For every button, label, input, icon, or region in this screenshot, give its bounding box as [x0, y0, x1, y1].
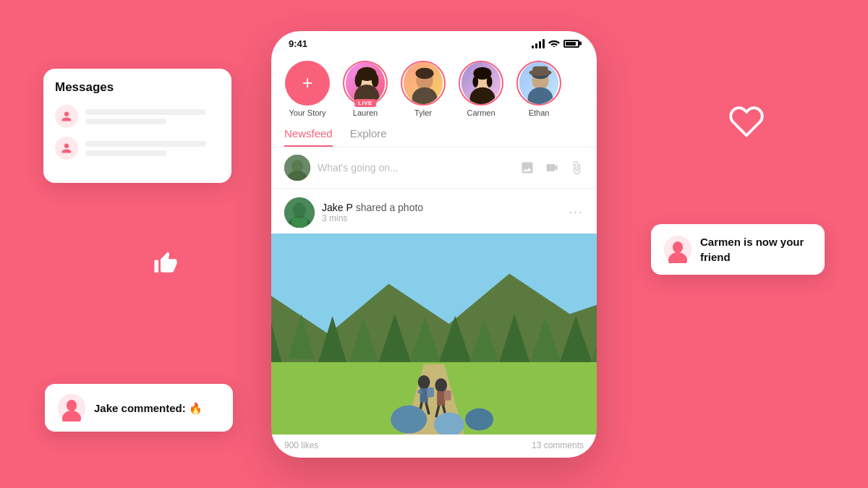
post-more-button[interactable]: ···: [569, 205, 584, 220]
tab-explore[interactable]: Explore: [350, 127, 387, 147]
story-item-ethan[interactable]: Ethan: [516, 61, 562, 117]
stories-row: + Your Story: [271, 53, 597, 123]
message-lines-1: [85, 109, 220, 124]
phone-mockup: 9:41 + Your Story: [271, 31, 597, 458]
svg-point-26: [293, 202, 306, 218]
messages-panel: Messages: [43, 69, 231, 183]
svg-rect-52: [427, 387, 434, 397]
wifi-icon: [548, 38, 560, 49]
heart-circle: [710, 85, 783, 158]
svg-rect-54: [437, 391, 445, 405]
post-input-area: What's going on...: [271, 147, 597, 189]
tyler-label: Tyler: [414, 108, 432, 117]
carmen-notification-card: Carmen is now your friend: [651, 224, 825, 275]
message-avatar-1: [55, 105, 78, 128]
svg-rect-57: [444, 390, 451, 400]
post-footer: 900 likes 13 comments: [271, 435, 597, 458]
svg-point-15: [487, 76, 493, 87]
carmen-notification-text: Carmen is now your friend: [700, 234, 812, 265]
story-item-tyler[interactable]: Tyler: [400, 61, 446, 117]
carmen-notif-avatar: [664, 236, 692, 263]
ethan-avatar-ring: [516, 61, 561, 106]
ethan-label: Ethan: [529, 108, 550, 117]
jake-avatar: [284, 197, 315, 228]
msg-line: [85, 141, 206, 147]
post-username: Jake P shared a photo: [322, 202, 561, 213]
thumbs-up-circle: [141, 239, 190, 288]
message-row-2: [55, 137, 220, 160]
carmen-label: Carmen: [467, 108, 495, 117]
your-story-label: Your Story: [289, 108, 326, 117]
post-image: [271, 234, 597, 435]
battery-icon: [563, 40, 579, 48]
ethan-avatar: [519, 62, 558, 104]
tyler-avatar: [404, 62, 443, 104]
svg-point-53: [435, 378, 447, 392]
svg-rect-21: [532, 66, 548, 74]
message-lines-2: [85, 141, 220, 156]
jake-notification-card: Jake commented: 🔥: [45, 384, 233, 432]
svg-point-9: [415, 67, 433, 78]
message-avatar-2: [55, 137, 78, 160]
jake-notif-avatar: [58, 394, 85, 421]
story-item-carmen[interactable]: Carmen: [458, 61, 504, 117]
post-time: 3 mins: [322, 213, 561, 223]
message-row-1: [55, 105, 220, 128]
post-meta: Jake P shared a photo 3 mins: [322, 202, 561, 223]
add-story-button[interactable]: +: [285, 61, 330, 106]
story-item-lauren[interactable]: LIVE Lauren: [342, 61, 388, 117]
post-card: Jake P shared a photo 3 mins ···: [271, 189, 597, 458]
post-actions: [520, 160, 584, 175]
svg-point-62: [67, 400, 77, 411]
svg-point-4: [355, 73, 362, 87]
video-icon[interactable]: [545, 160, 559, 175]
tabs: Newsfeed Explore: [271, 123, 597, 147]
status-icons: [532, 38, 579, 49]
poster-avatar: [284, 155, 310, 181]
messages-title: Messages: [55, 80, 220, 95]
svg-point-60: [465, 408, 493, 430]
svg-point-47: [418, 374, 430, 388]
jake-notification-text: Jake commented: 🔥: [94, 401, 203, 416]
msg-line: [85, 150, 166, 156]
status-time: 9:41: [289, 38, 307, 49]
lauren-label: Lauren: [353, 108, 378, 117]
svg-point-5: [372, 73, 379, 87]
post-placeholder[interactable]: What's going on...: [318, 162, 513, 174]
svg-rect-28: [292, 218, 307, 228]
lauren-avatar-ring: LIVE: [343, 61, 388, 106]
svg-point-14: [472, 76, 478, 87]
tab-newsfeed[interactable]: Newsfeed: [284, 127, 333, 147]
svg-rect-49: [418, 390, 423, 393]
msg-line: [85, 109, 206, 115]
tyler-avatar-ring: [401, 61, 446, 106]
story-item-your-story[interactable]: + Your Story: [284, 61, 331, 117]
svg-point-65: [673, 241, 683, 253]
post-comments[interactable]: 13 comments: [532, 440, 584, 450]
live-badge: LIVE: [354, 99, 376, 107]
carmen-avatar-ring: [459, 61, 503, 106]
lauren-avatar: [346, 62, 385, 104]
post-likes[interactable]: 900 likes: [284, 440, 318, 450]
svg-point-58: [391, 405, 427, 433]
post-header: Jake P shared a photo 3 mins ···: [271, 189, 597, 234]
photo-icon[interactable]: [520, 160, 535, 175]
status-bar: 9:41: [271, 31, 597, 53]
signal-icon: [532, 39, 545, 48]
carmen-avatar: [461, 62, 501, 104]
attach-icon[interactable]: [569, 160, 584, 175]
msg-line: [85, 119, 166, 124]
